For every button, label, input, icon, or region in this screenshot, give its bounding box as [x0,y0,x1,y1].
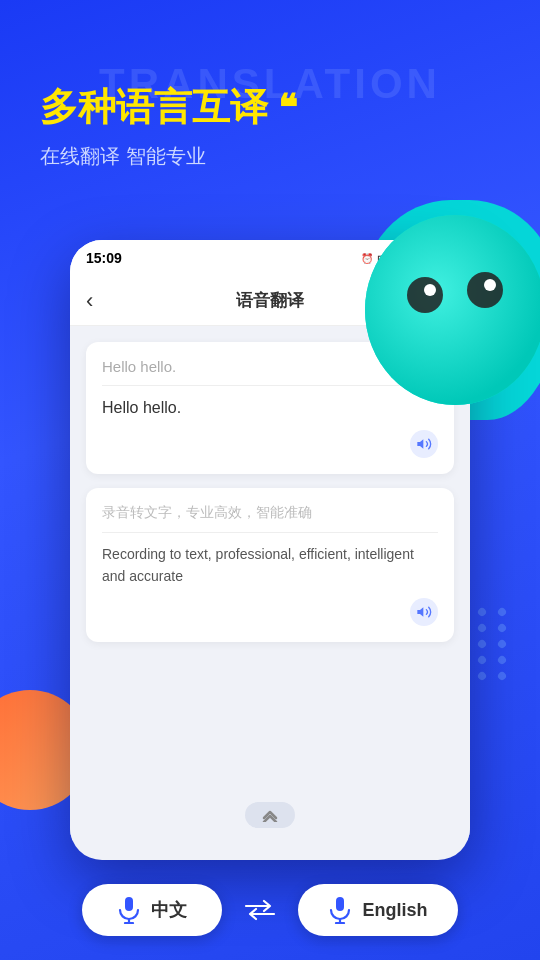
quote-mark: ❝ [278,86,297,129]
chinese-button-label: 中文 [151,898,187,922]
phone-bottom-space [70,790,470,840]
svg-point-2 [407,277,443,313]
svg-point-4 [424,284,436,296]
teal-face-decoration [360,210,540,410]
switch-lang-button[interactable] [242,892,278,928]
sub-title: 在线翻译 智能专业 [40,143,297,170]
english-lang-button[interactable]: English [298,884,457,936]
card2-speaker-button[interactable] [410,598,438,626]
card2-placeholder: 录音转文字，专业高效，智能准确 [102,504,438,533]
mic-icon-chinese [117,898,141,922]
speaker2-icon [416,604,432,620]
svg-point-1 [365,215,540,405]
svg-rect-6 [125,897,133,911]
chinese-lang-button[interactable]: 中文 [82,884,222,936]
speaker1-icon [416,436,432,452]
mic-icon-english [328,898,352,922]
svg-rect-9 [336,897,344,911]
app-title: 语音翻译 [236,289,304,312]
svg-point-5 [484,279,496,291]
back-button[interactable]: ‹ [86,288,93,314]
header-section: 多种语言互译 ❝ 在线翻译 智能专业 [40,85,297,170]
status-time: 15:09 [86,250,122,266]
card2-speaker-container [102,598,438,626]
bottom-controls: 中文 English [0,860,540,960]
chevron-up-icon [260,808,280,822]
english-button-label: English [362,900,427,921]
main-title: 多种语言互译 ❝ [40,85,297,131]
scroll-up-button[interactable] [245,802,295,828]
main-title-text: 多种语言互译 [40,85,268,131]
card1-speaker-container [102,430,438,458]
svg-point-3 [467,272,503,308]
card1-speaker-button[interactable] [410,430,438,458]
switch-arrows-icon [244,899,276,921]
card2-output: Recording to text, professional, efficie… [102,543,438,588]
translation-card-2: 录音转文字，专业高效，智能准确 Recording to text, profe… [86,488,454,642]
